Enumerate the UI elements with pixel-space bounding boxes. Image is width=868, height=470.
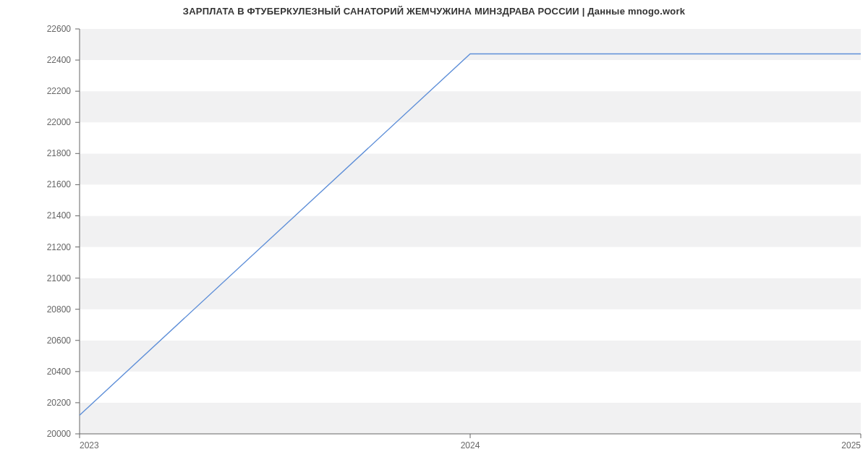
svg-text:22600: 22600 — [47, 25, 72, 34]
svg-text:21400: 21400 — [47, 210, 72, 221]
svg-text:20400: 20400 — [47, 367, 72, 377]
chart-title: ЗАРПЛАТА В ФТУБЕРКУЛЕЗНЫЙ САНАТОРИЙ ЖЕМЧ… — [0, 0, 868, 17]
svg-rect-1 — [80, 372, 861, 403]
plot-area: 2000020200204002060020800210002120021400… — [80, 29, 861, 434]
svg-rect-7 — [80, 184, 861, 215]
svg-text:2025: 2025 — [841, 440, 861, 450]
svg-rect-11 — [80, 60, 861, 91]
svg-rect-8 — [80, 153, 861, 184]
svg-text:22000: 22000 — [47, 117, 72, 127]
svg-text:2023: 2023 — [80, 440, 99, 450]
svg-text:21200: 21200 — [47, 242, 72, 252]
svg-text:22200: 22200 — [47, 86, 72, 96]
svg-text:20000: 20000 — [47, 429, 72, 439]
svg-text:2024: 2024 — [461, 440, 480, 450]
svg-rect-5 — [80, 247, 861, 278]
svg-text:21000: 21000 — [47, 273, 72, 283]
svg-rect-6 — [80, 215, 861, 247]
svg-rect-3 — [80, 309, 861, 341]
svg-text:21600: 21600 — [47, 179, 72, 189]
chart-svg: 2000020200204002060020800210002120021400… — [36, 25, 868, 459]
svg-text:20600: 20600 — [47, 336, 72, 346]
chart-container: ЗАРПЛАТА В ФТУБЕРКУЛЕЗНЫЙ САНАТОРИЙ ЖЕМЧ… — [0, 0, 868, 470]
svg-text:22400: 22400 — [47, 55, 72, 65]
svg-rect-9 — [80, 122, 861, 153]
svg-rect-0 — [80, 403, 861, 434]
svg-text:21800: 21800 — [47, 148, 72, 158]
svg-rect-4 — [80, 278, 861, 309]
svg-rect-12 — [80, 29, 861, 60]
svg-text:20200: 20200 — [47, 398, 72, 408]
svg-rect-10 — [80, 91, 861, 122]
svg-text:20800: 20800 — [47, 304, 72, 315]
svg-rect-2 — [80, 341, 861, 372]
